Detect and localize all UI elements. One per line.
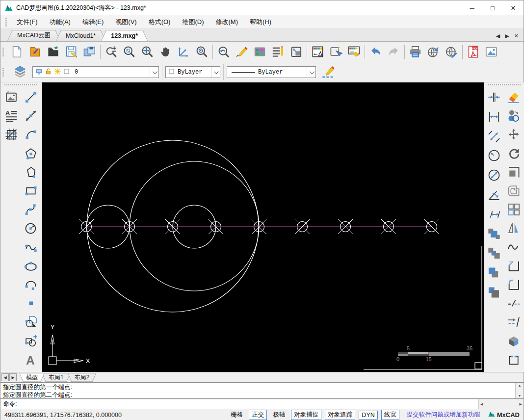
cad-point-marker[interactable] [424, 219, 439, 234]
command-input-row[interactable]: 命令: ◀ ▶ [0, 399, 524, 409]
view-previous-button[interactable] [214, 43, 233, 61]
draw-settings-button[interactable] [309, 43, 327, 61]
scale-button[interactable] [505, 163, 523, 181]
options-button[interactable] [345, 43, 363, 61]
extend-button[interactable] [505, 313, 523, 331]
layout-tab-3[interactable]: 布局2 [68, 373, 97, 382]
layout-tab-2[interactable]: 布局1 [42, 373, 71, 382]
publish-web-button[interactable] [424, 43, 443, 61]
mirror-button[interactable] [505, 219, 523, 237]
array-button[interactable] [505, 201, 523, 218]
scroll-right-icon[interactable]: ▶ [520, 402, 522, 406]
point-coordinates-button[interactable] [175, 43, 193, 61]
menu-item-1[interactable]: 文件(F) [11, 16, 44, 28]
status-toggle-4[interactable]: 对象捕捉 [291, 410, 321, 420]
save-button[interactable] [62, 43, 80, 61]
dim-linear-button[interactable] [485, 108, 503, 126]
dim-angular-button[interactable] [485, 186, 503, 204]
doc-tab-1[interactable]: MxCAD云图 [7, 30, 60, 41]
close-button[interactable]: ✕ [503, 0, 524, 15]
cad-point-marker[interactable] [209, 219, 223, 234]
doc-tab-3[interactable]: 123.mxg* [101, 30, 148, 41]
layer-combo-arrow[interactable] [150, 67, 158, 78]
tab-scroll-right-button[interactable]: ▶ [505, 33, 509, 39]
menu-item-3[interactable]: 编辑(E) [77, 16, 109, 28]
viewport-grip[interactable] [475, 363, 482, 369]
export-image-button[interactable] [482, 43, 500, 61]
layer-manager-button[interactable] [11, 63, 29, 81]
menu-item-4[interactable]: 视图(V) [109, 16, 142, 28]
linetype-select[interactable]: ByLayer [227, 66, 316, 78]
new-file-button[interactable] [8, 43, 26, 61]
color-combo-arrow[interactable] [211, 67, 220, 78]
layer-select[interactable]: 0 [32, 66, 159, 78]
linetype-combo-arrow[interactable] [307, 67, 315, 78]
break-button[interactable] [505, 294, 523, 312]
spline-button[interactable] [22, 238, 40, 256]
dim-radius-button[interactable] [485, 147, 503, 164]
open-folder-button[interactable] [44, 43, 62, 61]
cad-point-marker[interactable] [79, 219, 94, 234]
edit-pencil-button[interactable] [233, 43, 251, 61]
layout-scroll-left-button[interactable]: ◀ [1, 373, 9, 381]
cad-point-marker[interactable] [381, 219, 396, 234]
move-button[interactable] [505, 126, 523, 143]
cad-circle[interactable] [130, 161, 259, 291]
dim-aligned-button[interactable] [485, 128, 503, 145]
open-drawing-button[interactable] [26, 43, 44, 61]
color-palette-button[interactable] [251, 43, 269, 61]
polyline-button[interactable] [22, 201, 40, 218]
minimize-button[interactable]: ─ [462, 0, 482, 15]
status-toggle-3[interactable]: 极轴 [270, 410, 288, 420]
scroll-down-icon[interactable]: ▼ [518, 394, 522, 397]
tab-scroll-left-button[interactable]: ◀ [496, 33, 500, 39]
rotate-button[interactable] [505, 145, 523, 162]
undo-button[interactable] [367, 43, 385, 61]
hatch-button[interactable] [2, 126, 20, 143]
cad-point-marker[interactable] [295, 219, 310, 234]
copy-button[interactable] [505, 107, 523, 125]
point-button[interactable] [22, 294, 40, 312]
zoom-center-button[interactable] [193, 43, 211, 61]
fillet-button[interactable] [505, 276, 523, 293]
cad-point-marker[interactable] [252, 219, 266, 234]
draw-order-back-button[interactable] [485, 244, 503, 262]
line-button[interactable] [22, 88, 40, 106]
chamfer-button[interactable] [505, 257, 523, 275]
layout-tab-1[interactable]: 模型 [19, 373, 45, 382]
menu-item-8[interactable]: 帮助(H) [244, 16, 277, 28]
arc-button[interactable] [22, 126, 40, 143]
ellipse-button[interactable] [22, 257, 40, 275]
dim-diameter-button[interactable] [485, 166, 503, 184]
zoom-scale-button[interactable] [102, 43, 120, 61]
menu-item-5[interactable]: 格式(O) [143, 16, 177, 28]
scroll-up-icon[interactable]: ▲ [518, 384, 522, 387]
polygon-button[interactable] [22, 145, 40, 162]
draw-order-below-button[interactable] [485, 284, 503, 301]
pan-button[interactable] [157, 43, 175, 61]
block-insert-button[interactable] [22, 332, 40, 350]
draw-order-front-button[interactable] [485, 225, 503, 243]
menu-item-6[interactable]: 绘图(D) [176, 16, 210, 28]
revision-cloud-button[interactable] [505, 238, 523, 256]
single-text-button[interactable]: A [22, 351, 40, 368]
print-button[interactable] [406, 43, 424, 61]
status-toggle-5[interactable]: 对象追踪 [325, 410, 355, 420]
export-pdf-button[interactable]: PDF [464, 43, 482, 61]
menu-item-2[interactable]: 功能(A) [44, 16, 77, 28]
block-create-button[interactable] [22, 313, 40, 331]
draw-order-above-button[interactable] [485, 264, 503, 282]
construction-line-button[interactable] [22, 107, 40, 125]
erase-button[interactable] [505, 88, 523, 106]
tab-close-button[interactable]: ✕ [514, 33, 519, 39]
drawing-canvas[interactable]: YX535015 [42, 82, 484, 372]
zoom-extents-button[interactable] [138, 43, 157, 61]
dim-continue-button[interactable] [485, 206, 503, 223]
dim-quick-button[interactable] [485, 88, 503, 106]
web-edit-button[interactable] [443, 43, 461, 61]
status-toggle-1[interactable]: 栅格 [228, 410, 245, 420]
command-history-scrollbar[interactable]: ▲ ▼ [515, 383, 524, 398]
feedback-link[interactable]: 提交软件问题或增加新功能 [407, 411, 480, 419]
command-history[interactable]: 指定圆直径的第一个端点:指定圆直径的第二个端点: ▲ ▼ [0, 382, 524, 399]
break-at-point-button[interactable] [505, 351, 523, 368]
